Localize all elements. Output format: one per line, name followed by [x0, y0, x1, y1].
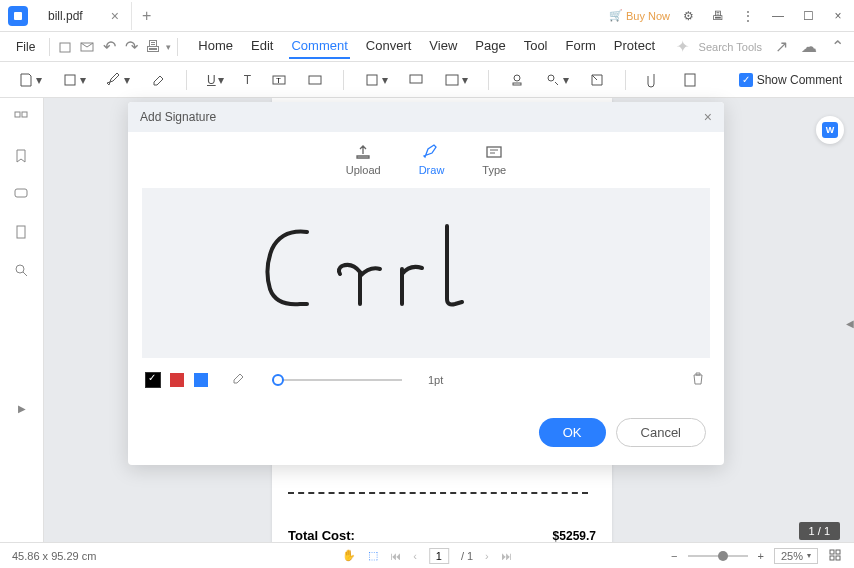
comment-panel-icon[interactable]	[13, 186, 31, 204]
tab-protect[interactable]: Protect	[612, 34, 657, 59]
textbox-tool[interactable]: T	[265, 68, 293, 92]
add-tab-icon[interactable]: +	[142, 7, 151, 25]
buy-now-link[interactable]: 🛒 Buy Now	[609, 9, 670, 22]
word-export-badge[interactable]: W	[816, 116, 844, 144]
clear-signature-icon[interactable]	[690, 370, 706, 390]
undo-icon[interactable]: ↶	[100, 38, 118, 56]
zoom-select[interactable]: 25% ▾	[774, 548, 818, 564]
tab-filename: bill.pdf	[48, 9, 83, 23]
stroke-width-value: 1pt	[428, 374, 443, 386]
stamp-tool[interactable]	[503, 68, 531, 92]
maximize-icon[interactable]: ☐	[796, 4, 820, 28]
cancel-button[interactable]: Cancel	[616, 418, 706, 447]
redo-icon[interactable]: ↷	[122, 38, 140, 56]
tab-edit[interactable]: Edit	[249, 34, 275, 59]
search-panel-icon[interactable]	[13, 262, 31, 280]
stroke-width-slider[interactable]	[272, 379, 402, 381]
slider-thumb[interactable]	[272, 374, 284, 386]
sign-tool[interactable]	[583, 68, 611, 92]
show-comment-toggle[interactable]: ✓ Show Comment	[739, 73, 842, 87]
shape-tool[interactable]: ▾	[358, 68, 394, 92]
close-tab-icon[interactable]: ×	[111, 8, 119, 24]
color-blue[interactable]	[194, 373, 208, 387]
wand-icon[interactable]: ✦	[676, 37, 689, 56]
svg-rect-21	[836, 550, 840, 554]
document-tab[interactable]: bill.pdf ×	[36, 2, 132, 30]
cloud-icon[interactable]: ☁	[800, 38, 818, 56]
next-page-icon[interactable]: ›	[485, 550, 489, 562]
hand-tool-icon[interactable]: ✋	[342, 549, 356, 562]
mail-icon[interactable]	[78, 38, 96, 56]
zoom-thumb[interactable]	[718, 551, 728, 561]
gift-icon[interactable]: ⚙	[676, 4, 700, 28]
upload-icon	[353, 144, 373, 160]
modal-tabs: Upload Draw Type	[128, 132, 724, 184]
signature-canvas[interactable]	[142, 188, 710, 358]
tab-form[interactable]: Form	[564, 34, 598, 59]
area-tool[interactable]: ▾	[438, 68, 474, 92]
svg-rect-1	[60, 43, 70, 52]
tab-convert[interactable]: Convert	[364, 34, 414, 59]
page-number-input[interactable]	[429, 548, 449, 564]
svg-point-10	[514, 75, 520, 81]
print-menu-icon[interactable]: 🖶	[144, 38, 162, 56]
zoom-out-icon[interactable]: −	[671, 550, 677, 562]
attachment-tool[interactable]	[640, 68, 668, 92]
close-window-icon[interactable]: ×	[826, 4, 850, 28]
tab-page[interactable]: Page	[473, 34, 507, 59]
total-pages: / 1	[461, 550, 473, 562]
svg-rect-6	[309, 76, 321, 84]
attachment-panel-icon[interactable]	[13, 224, 31, 242]
signature-tool[interactable]: ▾	[539, 68, 575, 92]
text-tool[interactable]: T	[238, 69, 257, 91]
expand-right-sidebar-icon[interactable]: ◀	[846, 318, 854, 329]
more-icon[interactable]: ⋮	[736, 4, 760, 28]
eraser-icon[interactable]	[230, 370, 246, 390]
svg-rect-3	[65, 75, 75, 85]
svg-rect-7	[367, 75, 377, 85]
eraser-tool[interactable]	[144, 68, 172, 92]
clipboard-tool[interactable]	[676, 68, 704, 92]
chevron-down-icon: ▾	[807, 551, 811, 560]
draw-controls: 1pt	[128, 358, 724, 402]
upload-tab[interactable]: Upload	[346, 144, 381, 176]
last-page-icon[interactable]: ⏭	[501, 550, 512, 562]
bookmark-icon[interactable]	[13, 148, 31, 166]
zoom-slider[interactable]	[688, 555, 748, 557]
tab-home[interactable]: Home	[196, 34, 235, 59]
collapse-icon[interactable]: ⌃	[828, 38, 846, 56]
comment-box-tool[interactable]	[402, 68, 430, 92]
external-link-icon[interactable]: ↗	[772, 38, 790, 56]
color-red[interactable]	[170, 373, 184, 387]
tab-tool[interactable]: Tool	[522, 34, 550, 59]
highlight-tool[interactable]: ▾	[56, 68, 92, 92]
color-black[interactable]	[146, 373, 160, 387]
pencil-tool[interactable]: ▾	[100, 68, 136, 92]
close-modal-icon[interactable]: ×	[704, 109, 712, 125]
open-icon[interactable]	[56, 38, 74, 56]
select-tool-icon[interactable]: ⬚	[368, 549, 378, 562]
page-navigation: ✋ ⬚ ⏮ ‹ / 1 › ⏭	[342, 548, 512, 564]
type-tab[interactable]: Type	[482, 144, 506, 176]
search-tools-input[interactable]: Search Tools	[699, 41, 762, 53]
expand-sidebar-icon[interactable]: ▶	[18, 403, 26, 414]
menu-tabs: Home Edit Comment Convert View Page Tool…	[196, 34, 657, 59]
note-tool[interactable]: ▾	[12, 68, 48, 92]
svg-rect-9	[446, 75, 458, 85]
print-icon[interactable]: 🖶	[706, 4, 730, 28]
zoom-in-icon[interactable]: +	[758, 550, 764, 562]
underline-tool[interactable]: U▾	[201, 69, 230, 91]
first-page-icon[interactable]: ⏮	[390, 550, 401, 562]
callout-tool[interactable]	[301, 68, 329, 92]
tab-comment[interactable]: Comment	[289, 34, 349, 59]
comment-toolbar: ▾ ▾ ▾ U▾ T T ▾ ▾ ▾ ✓ Show Comment	[0, 62, 854, 98]
ok-button[interactable]: OK	[539, 418, 606, 447]
prev-page-icon[interactable]: ‹	[413, 550, 417, 562]
minimize-icon[interactable]: —	[766, 4, 790, 28]
draw-tab[interactable]: Draw	[419, 144, 445, 176]
file-menu[interactable]: File	[8, 36, 43, 58]
svg-rect-11	[513, 83, 521, 85]
thumbnails-icon[interactable]	[13, 110, 31, 128]
tab-view[interactable]: View	[427, 34, 459, 59]
fit-view-icon[interactable]	[828, 548, 842, 564]
